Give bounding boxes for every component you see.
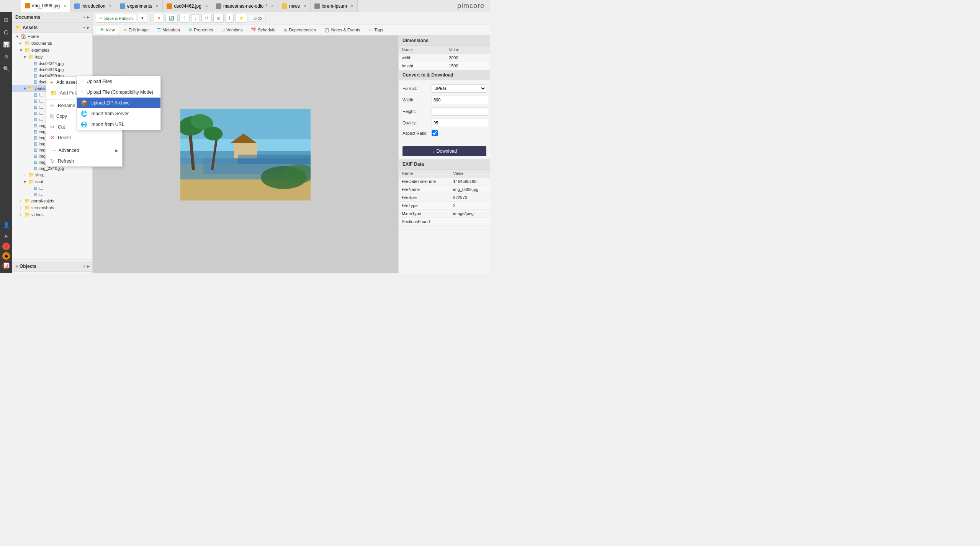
submenu-import-server[interactable]: 🌐 Import from Server: [77, 108, 160, 119]
move-button[interactable]: ⇧: [179, 14, 190, 23]
tab-news[interactable]: news ✕: [278, 0, 311, 12]
tree-item-south[interactable]: ▼ 📁 sout...: [12, 178, 92, 185]
sub-tab-view[interactable]: 👁 View: [96, 26, 119, 34]
italy-expand[interactable]: ▼: [23, 55, 28, 59]
sidebar-arrow-icon[interactable]: ➤: [2, 231, 11, 241]
dim-width-name: width: [399, 54, 446, 62]
dimensions-table: Name Value width 2000 height 1500: [399, 46, 490, 70]
tree-item-dsc04346[interactable]: 🖼 dsc04346.jpg: [12, 67, 92, 73]
info-button[interactable]: ℹ: [225, 14, 234, 23]
sidebar-chart-icon[interactable]: 📊: [2, 40, 11, 49]
tree-item-singe[interactable]: + 📁 sing...: [12, 171, 92, 178]
submenu-upload-compat[interactable]: ↑ Upload File (Compatibility Mode): [77, 87, 160, 98]
tab-dsc04462[interactable]: dsc04462.jpg ✕: [163, 0, 212, 12]
file-icon: 🖼: [34, 74, 38, 78]
cancel-button[interactable]: ✕: [154, 14, 164, 23]
sub-tab-properties[interactable]: ⚙ Properties: [185, 26, 217, 34]
screenshots-icon: 📁: [25, 205, 30, 210]
videos-expand[interactable]: +: [19, 213, 25, 217]
objects-add-icon[interactable]: +: [83, 264, 85, 269]
sidebar-grid-icon[interactable]: ⊞: [2, 15, 11, 24]
file-icon: 🖼: [34, 124, 38, 128]
save-dropdown-button[interactable]: ▾: [138, 14, 147, 23]
sidebar-alert-red[interactable]: !: [2, 243, 10, 250]
sub-tab-tags[interactable]: 🏷 Tags: [365, 26, 387, 34]
submenu-import-url[interactable]: 🌐 Import from URL: [77, 119, 160, 130]
tree-item-examples[interactable]: ▼ 📁 examples: [12, 47, 92, 54]
tab-img0399[interactable]: img_0399.jpg ✕: [21, 0, 70, 12]
download-toolbar-button[interactable]: ↓: [191, 14, 200, 23]
sidebar-user-icon[interactable]: 👤: [2, 220, 11, 230]
sub-tab-edit-image[interactable]: ✏ Edit Image: [120, 26, 153, 34]
quality-input[interactable]: [432, 119, 488, 127]
tab-introduction[interactable]: introduction ✕: [70, 0, 116, 12]
objects-expand-icon[interactable]: ▸: [87, 264, 89, 269]
tab-dsc04462-close[interactable]: ✕: [205, 4, 208, 8]
width-input[interactable]: [432, 96, 488, 104]
context-delete[interactable]: ✕ Delete: [46, 132, 122, 143]
screenshots-expand[interactable]: +: [19, 206, 25, 210]
tree-item-portal-sujets[interactable]: + 📁 portal-sujets: [12, 197, 92, 204]
tab-maecenas[interactable]: maecenas-nec-odio * ✕: [212, 0, 278, 12]
tree-item-south-img2[interactable]: 🖼 i...: [12, 191, 92, 197]
save-publish-button[interactable]: ✓ Save & Publish: [96, 14, 136, 23]
tab-experiments-label: experiments: [127, 3, 152, 9]
advanced-arrow: ▶: [115, 148, 118, 153]
tab-experiments-close[interactable]: ✕: [155, 4, 159, 8]
aspect-ratio-checkbox[interactable]: [432, 130, 438, 136]
tab-news-close[interactable]: ✕: [303, 4, 306, 8]
sidebar-search-icon[interactable]: 🔍: [2, 64, 11, 73]
tree-item-screenshots[interactable]: + 📁 screenshots: [12, 204, 92, 211]
bolt-button[interactable]: ⚡: [235, 14, 247, 23]
examples-folder-label: examples: [31, 48, 49, 52]
tree-item-home[interactable]: ▼ 🏠 Home: [12, 33, 92, 40]
sub-tab-schedule[interactable]: 📅 Schedule: [247, 26, 279, 34]
sub-tab-notes[interactable]: 📋 Notes & Events: [321, 26, 364, 34]
grid-button[interactable]: ⊞: [213, 14, 224, 23]
context-refresh[interactable]: ↻ Refresh: [46, 156, 122, 166]
sub-tab-dependencies[interactable]: ⊞ Dependencies: [280, 26, 319, 34]
tab-experiments[interactable]: experiments ✕: [116, 0, 163, 12]
height-input[interactable]: [432, 107, 488, 116]
tab-lorem-ipsum[interactable]: lorem-ipsum ✕: [311, 0, 358, 12]
submenu-upload-files[interactable]: ↑ Upload Files: [77, 76, 160, 87]
documents-add-icon[interactable]: +: [83, 15, 85, 20]
documents-expand-icon[interactable]: ▸: [87, 15, 89, 20]
singe-expand[interactable]: +: [23, 173, 28, 177]
sidebar-gear-icon[interactable]: ⚙: [2, 52, 11, 61]
assets-collapse-icon[interactable]: −: [83, 25, 85, 30]
tab-lorem-ipsum-label: lorem-ipsum: [322, 3, 347, 9]
tree-item-videos[interactable]: + 📁 videos: [12, 211, 92, 218]
sub-tab-metadata[interactable]: ☰ Metadata: [153, 26, 184, 34]
sidebar-alert-orange[interactable]: ◆: [2, 252, 10, 260]
context-advanced[interactable]: ⋯ Advanced ▶: [46, 145, 122, 156]
south-folder-icon: 📁: [28, 179, 34, 184]
tree-item-south-img1[interactable]: 🖼 i...: [12, 185, 92, 191]
tab-introduction-close[interactable]: ✕: [109, 4, 112, 8]
tab-img0399-close[interactable]: ✕: [63, 4, 66, 8]
file-icon: 🖼: [34, 154, 38, 158]
assets-expand-icon[interactable]: ▸: [87, 25, 89, 30]
tab-maecenas-close[interactable]: ✕: [271, 4, 274, 8]
submenu-upload-zip[interactable]: 📦 Upload ZIP Archive: [77, 98, 160, 108]
south-expand[interactable]: ▼: [23, 180, 28, 184]
tree-item-documents[interactable]: + 📁 documents: [12, 40, 92, 47]
exif-row-4-name: MimeType: [399, 210, 450, 218]
reload-button[interactable]: 🔃: [165, 14, 178, 23]
documents-expand[interactable]: +: [19, 41, 25, 46]
tab-img0399-label: img_0399.jpg: [32, 3, 60, 8]
home-expand[interactable]: ▼: [15, 34, 21, 39]
tab-lorem-ipsum-close[interactable]: ✕: [350, 4, 353, 8]
tree-item-italy[interactable]: ▼ 📁 italy: [12, 54, 92, 60]
sidebar-alert-darkred[interactable]: 📊: [2, 262, 10, 269]
sub-tab-versions[interactable]: ⊞ Versions: [218, 26, 246, 34]
examples-expand[interactable]: ▼: [19, 48, 25, 52]
assets-controls: − ▸: [83, 25, 89, 30]
tree-item-dsc04344[interactable]: 🖼 dsc04344.jpg: [12, 60, 92, 67]
format-select[interactable]: JPEGPNGGIFWEBP: [432, 84, 486, 93]
refresh-toolbar-button[interactable]: ↺: [201, 14, 212, 23]
sidebar-tree-icon[interactable]: ⬡: [2, 28, 11, 37]
portal-sujets-expand[interactable]: +: [19, 199, 25, 203]
download-button[interactable]: ↓ Download: [402, 146, 486, 156]
panama-expand[interactable]: ▼: [23, 86, 28, 91]
